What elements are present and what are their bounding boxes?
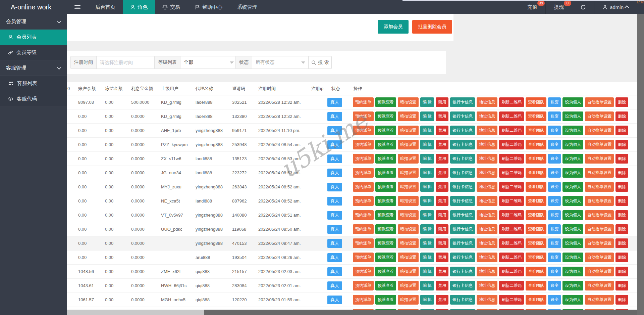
action-refresh-qrcode-button[interactable]: 刷新二维码 — [499, 140, 524, 149]
nav-item-system[interactable]: 系统管理 — [230, 0, 265, 14]
nav-item-roles[interactable]: 角色 — [123, 0, 155, 14]
action-view-team-button[interactable]: 查看团队 — [526, 224, 546, 234]
action-deduction-settings-button[interactable]: 暗扣设置 — [398, 182, 419, 192]
action-disable-button[interactable]: 禁用 — [436, 140, 448, 149]
action-refresh-qrcode-button[interactable]: 刷新二维码 — [499, 253, 524, 262]
action-reserve-dispatch-button[interactable]: 预约派单 — [353, 295, 374, 305]
action-dispatch-view-button[interactable]: 预派查看 — [375, 196, 396, 206]
action-disable-button[interactable]: 禁用 — [436, 210, 448, 220]
action-delete-button[interactable]: 删除 — [615, 267, 628, 276]
action-balance-change-button[interactable]: 账变 — [548, 182, 561, 192]
action-deduction-settings-button[interactable]: 暗扣设置 — [398, 196, 419, 206]
action-set-fake-user-button[interactable]: 设为假人 — [562, 182, 583, 192]
action-delete-button[interactable]: 删除 — [615, 238, 628, 248]
action-bank-card-info-button[interactable]: 银行卡信息 — [450, 140, 475, 149]
action-reserve-dispatch-button[interactable]: 预约派单 — [353, 224, 374, 234]
action-balance-change-button[interactable]: 账变 — [548, 238, 561, 248]
action-deduction-settings-button[interactable]: 暗扣设置 — [398, 168, 419, 178]
action-auto-grab-settings-button[interactable]: 自动抢单设置 — [585, 295, 614, 305]
action-view-team-button[interactable]: 查看团队 — [526, 281, 546, 290]
action-delete-button[interactable]: 删除 — [615, 253, 628, 262]
action-edit-button[interactable]: 编 辑 — [420, 253, 434, 262]
action-bank-card-info-button[interactable]: 银行卡信息 — [450, 281, 475, 290]
action-view-team-button[interactable]: 查看团队 — [526, 97, 546, 107]
status-real-user-button[interactable]: 真人 — [327, 112, 342, 121]
batch-delete-members-button[interactable]: 批量删除会员 — [412, 20, 452, 34]
action-deduction-settings-button[interactable]: 暗扣设置 — [398, 111, 419, 121]
action-bank-card-info-button[interactable]: 银行卡信息 — [450, 238, 475, 248]
action-set-fake-user-button[interactable]: 设为假人 — [562, 154, 583, 164]
action-disable-button[interactable]: 禁用 — [436, 97, 448, 107]
action-balance-change-button[interactable]: 账变 — [548, 253, 561, 262]
action-address-info-button[interactable]: 地址信息 — [477, 168, 497, 178]
status-real-user-button[interactable]: 真人 — [327, 169, 342, 177]
action-delete-button[interactable]: 删除 — [615, 210, 628, 220]
action-edit-button[interactable]: 编 辑 — [420, 267, 434, 276]
action-disable-button[interactable]: 禁用 — [436, 238, 448, 248]
action-set-fake-user-button[interactable]: 设为假人 — [562, 253, 583, 262]
action-reserve-dispatch-button[interactable]: 预约派单 — [353, 97, 374, 107]
action-reserve-dispatch-button[interactable]: 预约派单 — [353, 210, 374, 220]
action-auto-grab-settings-button[interactable]: 自动抢单设置 — [585, 126, 614, 135]
action-set-fake-user-button[interactable]: 设为假人 — [562, 281, 583, 290]
action-refresh-qrcode-button[interactable]: 刷新二维码 — [499, 281, 524, 290]
action-reserve-dispatch-button[interactable]: 预约派单 — [353, 267, 374, 276]
status-real-user-button[interactable]: 真人 — [327, 281, 342, 290]
action-reserve-dispatch-button[interactable]: 预约派单 — [353, 281, 374, 290]
action-bank-card-info-button[interactable]: 银行卡信息 — [450, 196, 475, 206]
action-set-fake-user-button[interactable]: 设为假人 — [562, 168, 583, 178]
action-bank-card-info-button[interactable]: 银行卡信息 — [450, 154, 475, 164]
action-view-team-button[interactable]: 查看团队 — [526, 196, 546, 206]
action-auto-grab-settings-button[interactable]: 自动抢单设置 — [585, 182, 614, 192]
action-address-info-button[interactable]: 地址信息 — [477, 238, 497, 248]
action-disable-button[interactable]: 禁用 — [436, 111, 448, 121]
nav-item-trade[interactable]: 交易 — [155, 0, 187, 14]
action-bank-card-info-button[interactable]: 银行卡信息 — [450, 210, 475, 220]
action-delete-button[interactable]: 删除 — [615, 224, 628, 234]
action-auto-grab-settings-button[interactable]: 自动抢单设置 — [585, 267, 614, 276]
menu-toggle-button[interactable] — [67, 0, 88, 14]
action-balance-change-button[interactable]: 账变 — [548, 111, 561, 121]
user-menu[interactable]: admin — [594, 0, 637, 14]
action-set-fake-user-button[interactable]: 设为假人 — [562, 224, 583, 234]
action-edit-button[interactable]: 编 辑 — [420, 111, 434, 121]
sidebar-group-member-management[interactable]: 会员管理 — [0, 14, 67, 30]
action-deduction-settings-button[interactable]: 暗扣设置 — [398, 238, 419, 248]
status-real-user-button[interactable]: 真人 — [327, 98, 342, 107]
action-balance-change-button[interactable]: 账变 — [548, 154, 561, 164]
action-balance-change-button[interactable]: 账变 — [548, 295, 561, 305]
action-address-info-button[interactable]: 地址信息 — [477, 210, 497, 220]
action-reserve-dispatch-button[interactable]: 预约派单 — [353, 253, 374, 262]
action-deduction-settings-button[interactable]: 暗扣设置 — [398, 210, 419, 220]
action-refresh-qrcode-button[interactable]: 刷新二维码 — [499, 97, 524, 107]
action-delete-button[interactable]: 删除 — [615, 182, 628, 192]
action-balance-change-button[interactable]: 账变 — [548, 224, 561, 234]
action-dispatch-view-button[interactable]: 预派查看 — [375, 97, 396, 107]
action-deduction-settings-button[interactable]: 暗扣设置 — [398, 97, 419, 107]
action-set-fake-user-button[interactable]: 设为假人 — [562, 295, 583, 305]
action-reserve-dispatch-button[interactable]: 预约派单 — [353, 111, 374, 121]
action-refresh-qrcode-button[interactable]: 刷新二维码 — [499, 224, 524, 234]
action-auto-grab-settings-button[interactable]: 自动抢单设置 — [585, 210, 614, 220]
action-auto-grab-settings-button[interactable]: 自动抢单设置 — [585, 281, 614, 290]
action-address-info-button[interactable]: 地址信息 — [477, 182, 497, 192]
status-real-user-button[interactable]: 真人 — [327, 239, 342, 248]
action-bank-card-info-button[interactable]: 银行卡信息 — [450, 253, 475, 262]
action-dispatch-view-button[interactable]: 预派查看 — [375, 295, 396, 305]
action-view-team-button[interactable]: 查看团队 — [526, 140, 546, 149]
sidebar-item-member-level[interactable]: 会员等级 — [0, 45, 67, 60]
action-address-info-button[interactable]: 地址信息 — [477, 267, 497, 276]
action-view-team-button[interactable]: 查看团队 — [526, 168, 546, 178]
action-disable-button[interactable]: 禁用 — [436, 267, 448, 276]
action-refresh-qrcode-button[interactable]: 刷新二维码 — [499, 267, 524, 276]
action-reserve-dispatch-button[interactable]: 预约派单 — [353, 238, 374, 248]
action-balance-change-button[interactable]: 账变 — [548, 168, 561, 178]
action-set-fake-user-button[interactable]: 设为假人 — [562, 126, 583, 135]
action-address-info-button[interactable]: 地址信息 — [477, 140, 497, 149]
horizontal-scrollbar-thumb[interactable] — [67, 310, 204, 315]
action-reserve-dispatch-button[interactable]: 预约派单 — [353, 168, 374, 178]
action-disable-button[interactable]: 禁用 — [436, 224, 448, 234]
action-view-team-button[interactable]: 查看团队 — [526, 295, 546, 305]
action-balance-change-button[interactable]: 账变 — [548, 281, 561, 290]
nav-item-help-center[interactable]: 帮助中心 — [187, 0, 230, 14]
